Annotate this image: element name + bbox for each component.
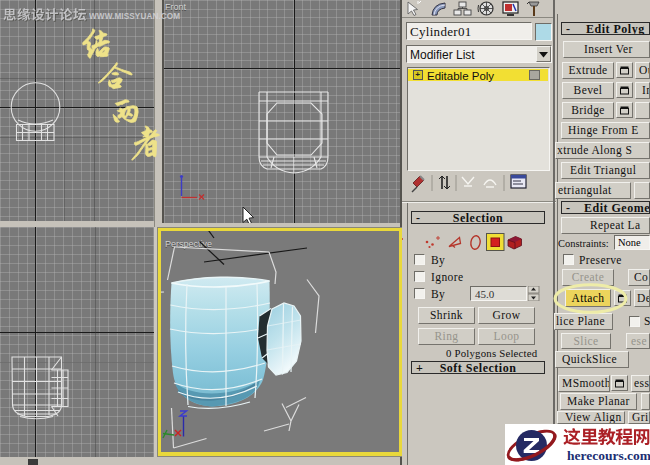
svg-text:WWW.MISSYUAN.COM: WWW.MISSYUAN.COM	[89, 12, 180, 21]
svg-text:herecours.com: herecours.com	[567, 448, 650, 463]
